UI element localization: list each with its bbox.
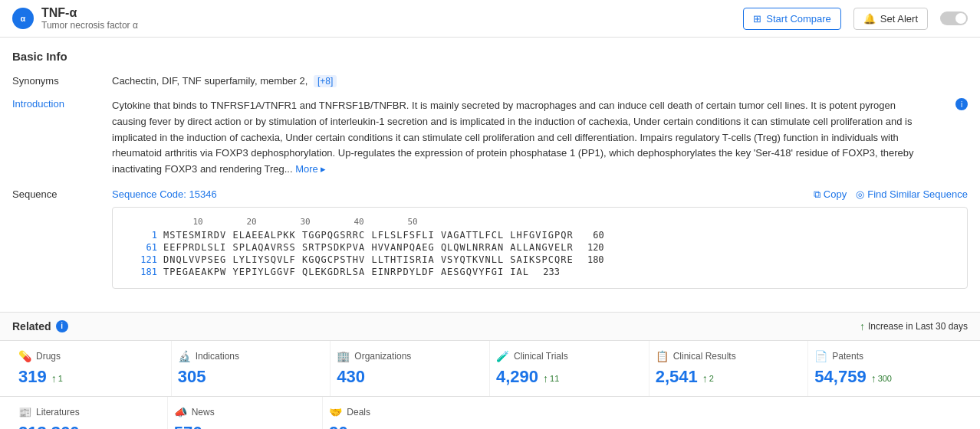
seq-row-121: 121 DNQLVVPSEG LYLIYSQVLF KGQGCPSTHV LLT… [125, 254, 955, 265]
related-info-icon[interactable]: i [56, 320, 68, 332]
indications-icon: 🔬 [178, 350, 191, 362]
synonyms-value: Cachectin, DIF, TNF superfamily, member … [112, 75, 968, 87]
stat-patents[interactable]: 📄 Patents 54,759 ↑ 300 [808, 341, 968, 396]
sequence-row: Sequence Sequence Code: 15346 ⧉ Copy ◎ F… [12, 188, 968, 289]
info-icon-badge[interactable]: i [955, 98, 968, 110]
related-header: Related i ↑ Increase in Last 30 days [0, 312, 980, 341]
stat-indications[interactable]: 🔬 Indications 305 [172, 341, 331, 396]
header-right: ⊞ Start Compare 🔔 Set Alert [743, 8, 968, 30]
synonyms-row: Synonyms Cachectin, DIF, TNF superfamily… [12, 75, 968, 87]
stat-clinical-results[interactable]: 📋 Clinical Results 2,541 ↑ 2 [649, 341, 809, 396]
introduction-value: Cytokine that binds to TNFRSF1A/TNFR1 an… [112, 98, 968, 178]
header: α TNF-α Tumor necrosis factor α ⊞ Start … [0, 0, 980, 38]
synonyms-more-badge[interactable]: [+8] [314, 75, 337, 87]
increase-label: ↑ Increase in Last 30 days [860, 320, 968, 332]
sequence-code[interactable]: Sequence Code: 15346 [112, 188, 217, 200]
cr-delta-icon: ↑ [702, 372, 708, 385]
seq-row-1: 1 MSTESMIRDV ELAEEALPKK TGGPQGSRRC LFLSL… [125, 230, 955, 241]
sequence-box: 10 20 30 40 50 1 MSTESMIRDV ELAEEALPKK T… [112, 207, 968, 289]
ct-delta-icon: ↑ [543, 372, 548, 385]
protein-icon: α [12, 8, 34, 29]
sequence-actions: ⧉ Copy ◎ Find Similar Sequence [814, 188, 968, 201]
introduction-more-link[interactable]: More ▸ [295, 163, 326, 175]
set-alert-button[interactable]: 🔔 Set Alert [853, 8, 928, 30]
sequence-header: Sequence Code: 15346 ⧉ Copy ◎ Find Simil… [112, 188, 968, 201]
copy-icon: ⧉ [814, 188, 821, 201]
increase-arrow-icon: ↑ [860, 320, 865, 332]
stat-literatures[interactable]: 📰 Literatures 213,360 [12, 397, 168, 429]
header-title-group: TNF-α Tumor necrosis factor α [41, 6, 138, 31]
compare-icon: ⊞ [753, 13, 761, 25]
alert-icon: 🔔 [863, 13, 876, 25]
sequence-numbers: 10 20 30 40 50 [171, 217, 955, 227]
patents-delta-icon: ↑ [871, 372, 876, 385]
patents-delta: ↑ 300 [871, 372, 892, 385]
patents-icon: 📄 [814, 350, 827, 362]
stat-news[interactable]: 📣 News 576 ↑ 15 [168, 397, 324, 429]
stats-grid-row2: 📰 Literatures 213,360 📣 News 576 ↑ 15 🤝 … [0, 397, 491, 429]
find-similar-button[interactable]: ◎ Find Similar Sequence [856, 188, 968, 200]
protein-title: TNF-α [41, 6, 138, 20]
basic-info-title: Basic Info [12, 50, 968, 63]
main-content: Basic Info Synonyms Cachectin, DIF, TNF … [0, 38, 980, 312]
stat-organizations[interactable]: 🏢 Organizations 430 [331, 341, 490, 396]
seq-row-181: 181 TPEGAEAKPW YEPIYLGGVF QLEKGDRLSA EIN… [125, 267, 955, 277]
organizations-icon: 🏢 [337, 350, 350, 362]
introduction-label: Introduction [12, 98, 112, 110]
introduction-text: Cytokine that binds to TNFRSF1A/TNFR1 an… [112, 98, 922, 178]
clinical-results-icon: 📋 [656, 350, 669, 362]
start-compare-button[interactable]: ⊞ Start Compare [743, 8, 841, 30]
similar-icon: ◎ [856, 188, 864, 200]
drugs-icon: 💊 [18, 350, 31, 362]
header-left: α TNF-α Tumor necrosis factor α [12, 6, 138, 31]
seq-row-61: 61 EEFPRDLSLI SPLAQAVRSS SRTPSDKPVA HVVA… [125, 242, 955, 253]
stat-clinical-trials[interactable]: 🧪 Clinical Trials 4,290 ↑ 11 [490, 341, 649, 396]
literatures-icon: 📰 [18, 406, 31, 418]
sequence-value: Sequence Code: 15346 ⧉ Copy ◎ Find Simil… [112, 188, 968, 289]
related-title: Related i [12, 320, 68, 332]
clinical-results-delta: ↑ 2 [702, 372, 714, 385]
alert-toggle[interactable] [940, 11, 968, 25]
clinical-trials-delta: ↑ 11 [543, 372, 559, 385]
drugs-delta-icon: ↑ [51, 372, 57, 385]
clinical-trials-icon: 🧪 [496, 350, 509, 362]
protein-subtitle: Tumor necrosis factor α [41, 20, 138, 31]
introduction-row: Introduction Cytokine that binds to TNFR… [12, 98, 968, 178]
synonyms-label: Synonyms [12, 75, 112, 87]
sequence-label: Sequence [12, 188, 112, 200]
copy-sequence-button[interactable]: ⧉ Copy [814, 188, 847, 201]
drugs-delta: ↑ 1 [51, 372, 63, 385]
stat-drugs[interactable]: 💊 Drugs 319 ↑ 1 [12, 341, 172, 396]
deals-icon: 🤝 [329, 406, 342, 418]
stat-deals[interactable]: 🤝 Deals 90 [323, 397, 478, 429]
stats-grid-row1: 💊 Drugs 319 ↑ 1 🔬 Indications 305 🏢 Orga… [0, 341, 980, 397]
news-icon: 📣 [174, 406, 187, 418]
